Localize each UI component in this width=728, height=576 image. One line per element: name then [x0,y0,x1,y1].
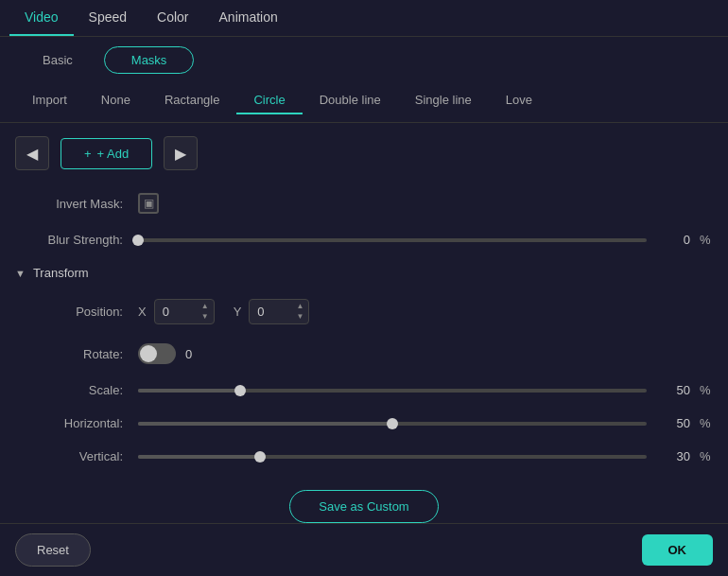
scale-slider-container: 50 % [138,383,713,397]
nav-video[interactable]: Video [9,0,74,36]
horizontal-value: 50 [656,416,690,430]
mask-circle[interactable]: Circle [236,87,302,114]
vertical-track[interactable] [138,455,647,459]
x-input-wrap: ▲ ▼ [154,299,215,324]
add-row: ◀ + + Add ▶ [0,123,728,183]
y-label: Y [234,305,242,319]
x-up-btn[interactable]: ▲ [198,302,213,312]
top-nav: Video Speed Color Animation [0,0,728,37]
vertical-value: 30 [656,449,690,463]
invert-mask-row: Invert Mask: ▣ [15,183,713,223]
rotate-row: Rotate: 0 [15,334,713,374]
mask-doubleline[interactable]: Double line [303,87,398,114]
rotate-toggle[interactable] [138,343,176,364]
add-button[interactable]: + + Add [61,138,152,169]
horizontal-thumb[interactable] [387,418,398,429]
transform-label: Transform [33,266,89,280]
save-custom-button[interactable]: Save as Custom [289,490,438,523]
rotate-label: Rotate: [15,347,138,361]
tab-masks[interactable]: Masks [104,46,195,74]
nav-animation[interactable]: Animation [204,0,293,36]
reset-button[interactable]: Reset [15,533,91,567]
y-down-btn[interactable]: ▼ [292,312,307,323]
vertical-slider-container: 30 % [138,449,713,463]
vertical-fill [138,455,260,459]
blur-unit: % [700,233,713,247]
mask-import[interactable]: Import [15,87,84,114]
mask-rectangle[interactable]: Ractangle [147,87,237,114]
x-down-btn[interactable]: ▼ [198,312,213,323]
vertical-label: Vertical: [15,449,138,463]
vertical-thumb[interactable] [254,451,266,463]
vertical-unit: % [700,449,713,463]
checkbox-icon: ▣ [144,197,154,210]
position-row: Position: X ▲ ▼ Y ▲ ▼ [15,289,713,334]
sub-tabs: Basic Masks [0,37,728,83]
blur-strength-slider-container: 0 % [138,233,713,247]
scale-unit: % [700,383,713,397]
nav-speed[interactable]: Speed [74,0,142,36]
ok-button[interactable]: OK [642,534,714,566]
transform-section: Position: X ▲ ▼ Y ▲ ▼ Rotate: [0,289,728,473]
nav-color[interactable]: Color [142,0,203,36]
mask-singleline[interactable]: Single line [398,87,489,114]
position-inputs: X ▲ ▼ Y ▲ ▼ [138,299,309,324]
rotate-value: 0 [185,347,192,361]
position-label: Position: [15,305,138,319]
plus-icon: + [84,147,92,161]
scale-track[interactable] [138,389,647,393]
horizontal-row: Horizontal: 50 % [15,407,713,440]
invert-mask-section: Invert Mask: ▣ Blur Strength: 0 % [0,183,728,256]
blur-value: 0 [656,233,690,247]
vertical-row: Vertical: 30 % [15,440,713,473]
horizontal-label: Horizontal: [15,416,138,430]
prev-button[interactable]: ◀ [15,136,49,170]
mask-love[interactable]: Love [489,87,549,114]
y-input-wrap: ▲ ▼ [249,299,309,324]
bottom-bar: Reset OK [0,523,728,576]
scale-label: Scale: [15,383,138,397]
transform-chevron: ▼ [15,268,26,279]
rotate-group: 0 [138,343,192,364]
x-label: X [138,305,147,319]
transform-header[interactable]: ▼ Transform [0,256,728,289]
next-button[interactable]: ▶ [164,136,198,170]
blur-strength-track[interactable] [138,238,647,242]
add-label: + Add [97,147,130,161]
y-up-btn[interactable]: ▲ [292,302,307,312]
invert-mask-checkbox[interactable]: ▣ [138,193,159,214]
tab-basic[interactable]: Basic [15,46,100,74]
mask-type-row: Import None Ractangle Circle Double line… [0,83,728,123]
scale-fill [138,389,240,393]
invert-mask-label: Invert Mask: [15,197,138,211]
horizontal-track[interactable] [138,422,647,426]
toggle-knob [140,345,157,362]
scale-thumb[interactable] [234,385,246,396]
horizontal-unit: % [700,416,713,430]
scale-row: Scale: 50 % [15,374,713,407]
blur-strength-label: Blur Strength: [15,233,138,247]
blur-strength-row: Blur Strength: 0 % [15,223,713,256]
blur-thumb[interactable] [132,235,144,246]
x-spinner: ▲ ▼ [198,302,213,323]
mask-none[interactable]: None [84,87,147,114]
scale-value: 50 [656,383,690,397]
horizontal-slider-container: 50 % [138,416,713,430]
y-spinner: ▲ ▼ [292,302,307,323]
horizontal-fill [138,422,392,426]
